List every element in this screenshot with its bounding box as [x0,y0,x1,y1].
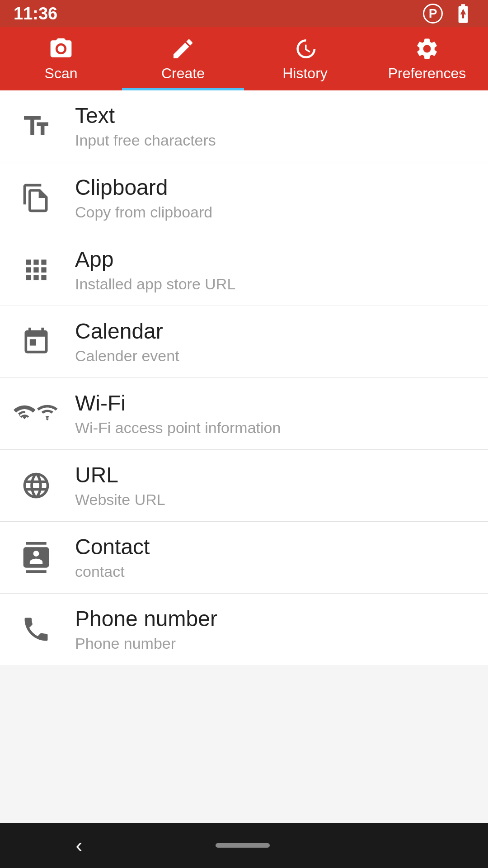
list-item-phone[interactable]: Phone number Phone number [0,594,488,665]
status-bar: 11:36 P [0,0,488,27]
wifi-item-subtitle: Wi-Fi access point information [75,419,281,437]
status-time: 11:36 [14,4,57,24]
camera-icon [48,36,74,61]
url-item-content: URL Website URL [75,462,165,509]
clipboard-item-title: Clipboard [75,175,212,200]
list-item-wifi[interactable]: Wi-Fi Wi-Fi access point information [0,378,488,450]
list-item-app[interactable]: App Installed app store URL [0,234,488,306]
bottom-nav: ‹ [0,823,488,868]
status-icons: P [423,2,474,25]
tab-scan-label: Scan [45,65,78,82]
text-item-content: Text Input free characters [75,103,216,149]
text-icon [21,111,52,142]
app-icon-wrap [14,247,59,292]
clipboard-icon [21,183,52,213]
gear-icon [414,36,440,61]
contact-item-subtitle: contact [75,563,150,580]
text-icon-wrap [14,104,59,149]
tab-create-label: Create [161,65,205,82]
wifi-icon [14,398,36,429]
wifi-item-content: Wi-Fi Wi-Fi access point information [75,391,281,437]
wifi-shield-icon [36,397,59,430]
calendar-icon [21,326,52,357]
parking-icon: P [423,4,443,24]
home-indicator[interactable] [216,843,270,848]
url-item-title: URL [75,462,165,487]
wifi-item-title: Wi-Fi [75,391,281,415]
calendar-item-subtitle: Calender event [75,347,179,365]
pencil-icon [170,36,196,61]
list-item-clipboard[interactable]: Clipboard Copy from clipboard [0,162,488,234]
phone-icon-wrap [14,607,59,652]
back-button[interactable]: ‹ [58,830,101,861]
list-item-text[interactable]: Text Input free characters [0,90,488,162]
tab-bar: Scan Create History Preferences [0,27,488,90]
url-item-subtitle: Website URL [75,491,165,509]
app-item-subtitle: Installed app store URL [75,275,235,293]
phone-icon [21,614,52,645]
calendar-icon-wrap [14,319,59,364]
tab-preferences-label: Preferences [388,65,466,82]
clipboard-icon-wrap [14,175,59,221]
app-icon [21,255,52,285]
tab-create[interactable]: Create [122,27,244,90]
app-item-title: App [75,247,235,272]
app-item-content: App Installed app store URL [75,247,235,293]
tab-history-label: History [282,65,328,82]
text-item-title: Text [75,103,216,128]
tab-history[interactable]: History [244,27,366,90]
contact-item-content: Contact contact [75,534,150,580]
battery-icon [452,2,474,25]
phone-item-title: Phone number [75,606,217,631]
calendar-item-content: Calendar Calender event [75,319,179,365]
phone-item-content: Phone number Phone number [75,606,217,652]
contact-icon-wrap [14,535,59,580]
wifi-icon-wrap [14,391,59,436]
list-item-calendar[interactable]: Calendar Calender event [0,306,488,378]
list-item-contact[interactable]: Contact contact [0,522,488,594]
history-icon [292,36,318,61]
tab-preferences[interactable]: Preferences [366,27,488,90]
clipboard-item-content: Clipboard Copy from clipboard [75,175,212,221]
globe-icon [21,470,52,501]
phone-item-subtitle: Phone number [75,635,217,652]
text-item-subtitle: Input free characters [75,132,216,149]
tab-scan[interactable]: Scan [0,27,122,90]
calendar-item-title: Calendar [75,319,179,344]
contact-icon [21,542,52,573]
list-item-url[interactable]: URL Website URL [0,450,488,522]
contact-item-title: Contact [75,534,150,559]
clipboard-item-subtitle: Copy from clipboard [75,203,212,221]
content-list: Text Input free characters Clipboard Cop… [0,90,488,823]
url-icon-wrap [14,463,59,508]
